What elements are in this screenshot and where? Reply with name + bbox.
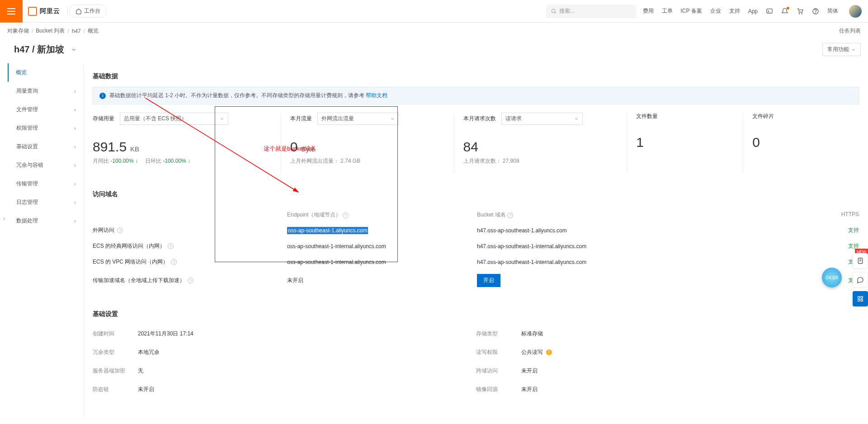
endpoint-value: oss-ap-southeast-1-internal.aliyuncs.com — [287, 259, 386, 265]
help-icon[interactable]: ? — [171, 259, 177, 265]
val-cors: 未开启 — [521, 367, 538, 375]
svg-rect-11 — [861, 299, 863, 301]
workbench-label: 工作台 — [84, 7, 100, 15]
nav-usage[interactable]: 用量查询› — [8, 82, 83, 100]
task-list-link[interactable]: 任务列表 — [839, 27, 861, 35]
help-icon[interactable]: ? — [188, 278, 193, 283]
help-icon[interactable]: ? — [168, 243, 174, 249]
val-storage-type: 标准存储 — [521, 330, 543, 338]
link-icp[interactable]: ICP 备案 — [681, 7, 702, 15]
bell-icon[interactable] — [781, 8, 788, 15]
link-lang[interactable]: 简体 — [827, 7, 838, 15]
crumb-bucket-list[interactable]: Bucket 列表 — [36, 27, 65, 35]
stat-requests-label: 本月请求次数 — [463, 115, 496, 122]
avatar[interactable] — [849, 5, 862, 18]
bucket-domain-value: h47.oss-ap-southeast-1.aliyuncs.com — [477, 227, 567, 234]
workbench-button[interactable]: 工作台 — [70, 5, 106, 18]
info-icon: i — [99, 93, 106, 99]
hamburger-menu-button[interactable] — [0, 0, 23, 23]
timer-badge[interactable]: 04:08 — [822, 268, 842, 287]
domain-row-label: ECS 的经典网络访问（内网） — [93, 242, 165, 250]
storage-mom: -100.00% ↓ — [110, 158, 138, 164]
nav-transfer[interactable]: 传输管理› — [8, 174, 83, 193]
link-fee[interactable]: 费用 — [643, 7, 654, 15]
enable-button[interactable]: 开启 — [477, 274, 500, 287]
chevron-down-icon[interactable] — [71, 47, 77, 53]
common-functions-button[interactable]: 常用功能 — [822, 43, 861, 56]
stat-traffic-label: 本月流量 — [290, 115, 312, 122]
https-value: 支持 — [848, 227, 859, 233]
svg-rect-10 — [858, 299, 860, 301]
help-doc-link[interactable]: 帮助文档 — [366, 92, 387, 99]
link-enterprise[interactable]: 企业 — [710, 7, 721, 15]
cart-icon[interactable] — [797, 8, 804, 15]
page-title: h47 / 新加坡 — [14, 43, 64, 56]
link-app[interactable]: App — [748, 8, 758, 14]
logo-text: 阿里云 — [40, 7, 60, 15]
val-created: 2021年11月30日 17:14 — [138, 330, 193, 338]
chevron-down-icon — [220, 117, 224, 121]
nav-data-process[interactable]: 数据处理› — [8, 212, 83, 230]
domain-row: 传输加速域名（全地域上传下载加速） ?未开启开启支持 — [93, 270, 859, 291]
th-endpoint: Endpoint（地域节点） — [287, 212, 341, 218]
breadcrumb: 对象存储/ Bucket 列表/ h47/ 概览 — [7, 27, 99, 35]
lbl-created: 创建时间 — [93, 330, 138, 338]
logo[interactable]: 阿里云 — [23, 7, 66, 16]
chevron-down-icon — [574, 117, 579, 121]
nav-logs[interactable]: 日志管理› — [8, 193, 83, 212]
search-input[interactable]: 搜索... — [546, 5, 637, 18]
bucket-domain-value: h47.oss-ap-southeast-1-internal.aliyuncs… — [477, 243, 586, 250]
chevron-down-icon — [851, 47, 856, 52]
link-ticket[interactable]: 工单 — [662, 7, 673, 15]
title-row: h47 / 新加坡 常用功能 — [8, 39, 868, 62]
float-doc-button[interactable] — [853, 253, 868, 269]
crumb-oss[interactable]: 对象存储 — [7, 27, 29, 35]
top-bar: 阿里云 工作台 搜索... 费用 工单 ICP 备案 企业 支持 App 简体 — [0, 0, 868, 23]
traffic-select[interactable]: 外网流出流量 — [317, 113, 399, 125]
lbl-redundancy: 冗余类型 — [93, 349, 138, 356]
crumb-h47[interactable]: h47 — [72, 28, 81, 34]
lbl-cors: 跨域访问 — [476, 367, 521, 375]
logo-icon — [28, 7, 37, 16]
th-https: HTTPS — [832, 211, 859, 219]
val-redundancy: 本地冗余 — [138, 349, 160, 356]
nav-overview[interactable]: 概览 — [8, 63, 83, 82]
svg-rect-1 — [767, 9, 772, 13]
requests-select[interactable]: 读请求 — [501, 113, 583, 125]
domain-row-label: 外网访问 — [93, 226, 114, 234]
help-icon[interactable]: ? — [507, 212, 513, 218]
storage-select[interactable]: 总用量（不含 ECS 快照） — [120, 113, 228, 125]
val-referer: 未开启 — [138, 386, 154, 393]
nav-basic-settings[interactable]: 基础设置› — [8, 137, 83, 156]
help-icon[interactable]: ? — [117, 227, 123, 233]
lbl-referer: 防盗链 — [93, 386, 138, 393]
help-icon[interactable]: ? — [343, 212, 349, 218]
link-support[interactable]: 支持 — [729, 7, 740, 15]
top-nav-links: 费用 工单 ICP 备案 企业 支持 App 简体 — [643, 5, 868, 18]
sub-bar: 对象存储/ Bucket 列表/ h47/ 概览 任务列表 — [0, 23, 868, 39]
domain-row-label: 传输加速域名（全地域上传下载加速） — [93, 277, 185, 284]
divider — [67, 6, 68, 16]
expand-sidebar-icon[interactable] — [1, 216, 7, 222]
stat-frags-label: 文件碎片 — [752, 113, 774, 120]
domain-row: ECS 的经典网络访问（内网） ?oss-ap-southeast-1-inte… — [93, 238, 859, 254]
help-icon[interactable] — [812, 8, 819, 15]
endpoint-value[interactable]: oss-ap-southeast-1.aliyuncs.com — [287, 227, 368, 234]
side-nav: 概览 用量查询› 文件管理› 权限管理› 基础设置› 冗余与容错› 传输管理› … — [8, 62, 84, 417]
search-placeholder: 搜索... — [559, 7, 575, 15]
terminal-icon[interactable] — [766, 8, 773, 15]
float-apps-button[interactable] — [853, 291, 868, 306]
float-chat-button[interactable] — [853, 272, 868, 287]
nav-permissions[interactable]: 权限管理› — [8, 119, 83, 137]
chevron-down-icon — [390, 117, 395, 121]
domain-table: Endpoint（地域节点） ? Bucket 域名 ? HTTPS 外网访问 … — [93, 207, 859, 291]
info-banner: i 基础数据统计平均延迟 1-2 小时。不作为计量数据，仅作参考。不同存储类型的… — [93, 87, 859, 104]
nav-files[interactable]: 文件管理› — [8, 100, 83, 119]
section-basic-data: 基础数据 — [93, 69, 859, 87]
domain-row: ECS 的 VPC 网络访问（内网） ?oss-ap-southeast-1-i… — [93, 254, 859, 270]
stat-files-label: 文件数量 — [636, 113, 658, 120]
crumb-overview: 概览 — [88, 27, 99, 35]
nav-redundancy[interactable]: 冗余与容错› — [8, 156, 83, 174]
svg-point-3 — [802, 13, 802, 14]
lbl-rw: 读写权限 — [476, 349, 521, 356]
